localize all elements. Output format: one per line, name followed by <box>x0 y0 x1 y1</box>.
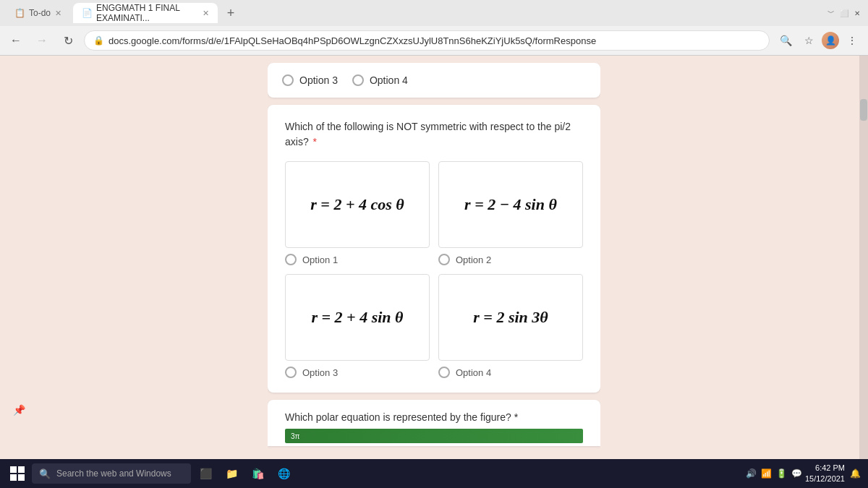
address-bar: ← → ↻ 🔒 docs.google.com/forms/d/e/1FAlpQ… <box>0 26 868 55</box>
battery-icon[interactable]: 🔋 <box>776 468 787 479</box>
minimize-button[interactable]: ﹀ <box>826 8 836 18</box>
file-explorer-button[interactable]: 📁 <box>220 462 243 485</box>
browser-chrome: 📋 To-do ✕ 📄 ENGGMATH 1 FINAL EXAMINATI..… <box>0 0 868 56</box>
content-area: Option 3 Option 4 Which of the following… <box>268 63 600 452</box>
taskbar-search[interactable]: 🔍 Search the web and Windows <box>32 463 191 484</box>
figure-preview-bar: 3π <box>285 429 583 443</box>
speaker-icon[interactable]: 🔊 <box>746 468 757 479</box>
taskbar-search-icon: 🔍 <box>39 468 51 479</box>
task-view-button[interactable]: ⬛ <box>194 462 217 485</box>
avatar[interactable]: 👤 <box>822 32 839 49</box>
option2-item: r = 2 − 4 sin θ Option 2 <box>438 161 583 265</box>
option1-radio[interactable] <box>285 254 297 265</box>
taskbar-search-label: Search the web and Windows <box>56 468 171 479</box>
tab-controls: ﹀ ⬜ ✕ <box>826 8 862 18</box>
option3-radio[interactable] <box>285 367 297 378</box>
option3-item: r = 2 + 4 sin θ Option 3 <box>285 274 430 378</box>
option1-formula: r = 2 + 4 cos θ <box>310 195 404 214</box>
taskbar: 🔍 Search the web and Windows ⬛ 📁 🛍️ 🌐 🔊 … <box>0 459 868 488</box>
option4-radio[interactable] <box>438 367 450 378</box>
question1-card: Which of the following is NOT symmetric … <box>268 105 600 393</box>
option4-box: r = 2 sin 3θ <box>438 274 583 361</box>
taskbar-time-display: 6:42 PM <box>805 463 845 474</box>
pin-icon: 📌 <box>13 404 25 416</box>
search-icon[interactable]: 🔍 <box>775 30 796 51</box>
question2-peek: Which polar equation is represented by t… <box>268 400 600 446</box>
taskbar-clock: 6:42 PM 15/12/2021 <box>805 463 845 485</box>
partial-option4-row: Option 4 <box>352 74 408 86</box>
forward-button[interactable]: → <box>32 30 52 51</box>
url-bar[interactable]: 🔒 docs.google.com/forms/d/e/1FAlpQLSeHaO… <box>84 30 770 51</box>
option3-formula: r = 2 + 4 sin θ <box>312 308 404 327</box>
option2-label-row: Option 2 <box>438 254 583 265</box>
figure-bar-label: 3π <box>291 432 299 440</box>
options-grid: r = 2 + 4 cos θ Option 1 r = 2 − 4 sin θ… <box>285 161 583 378</box>
option4-item: r = 2 sin 3θ Option 4 <box>438 274 583 378</box>
option4-label-row: Option 4 <box>438 367 583 378</box>
option2-radio[interactable] <box>438 254 450 265</box>
partial-option4-radio[interactable] <box>352 74 364 86</box>
question2-required: * <box>514 411 518 423</box>
tab-todo[interactable]: 📋 To-do ✕ <box>6 3 70 23</box>
page-content: Option 3 Option 4 Which of the following… <box>0 56 868 459</box>
bookmark-icon[interactable]: ☆ <box>799 30 819 51</box>
network-icon[interactable]: 📶 <box>761 468 772 479</box>
required-marker: * <box>313 136 317 147</box>
option1-label-row: Option 1 <box>285 254 430 265</box>
scrollbar-track[interactable] <box>859 56 868 459</box>
back-button[interactable]: ← <box>6 30 26 51</box>
question2-text: Which polar equation is represented by t… <box>285 411 583 423</box>
option1-item: r = 2 + 4 cos θ Option 1 <box>285 161 430 265</box>
taskbar-date-display: 15/12/2021 <box>805 474 845 484</box>
notification-icon[interactable]: 💬 <box>791 468 802 479</box>
start-button[interactable] <box>6 462 29 485</box>
store-button[interactable]: 🛍️ <box>246 462 269 485</box>
option4-label: Option 4 <box>456 367 491 378</box>
url-text: docs.google.com/forms/d/e/1FAlpQLSeHaOBq… <box>109 35 596 46</box>
option2-box: r = 2 − 4 sin θ <box>438 161 583 248</box>
notification-center-button[interactable]: 🔔 <box>848 466 862 481</box>
tab-bar: 📋 To-do ✕ 📄 ENGGMATH 1 FINAL EXAMINATI..… <box>0 0 868 26</box>
system-tray: 🔊 📶 🔋 💬 <box>746 468 802 479</box>
option1-label: Option 1 <box>302 254 338 265</box>
windows-icon <box>10 466 25 481</box>
browser-actions: 🔍 ☆ 👤 ⋮ <box>775 30 862 51</box>
option3-box: r = 2 + 4 sin θ <box>285 274 430 361</box>
close-button[interactable]: ✕ <box>852 8 862 18</box>
restore-button[interactable]: ⬜ <box>839 8 849 18</box>
reload-button[interactable]: ↻ <box>58 30 78 51</box>
tab-todo-close[interactable]: ✕ <box>55 9 61 18</box>
tab-todo-label: To-do <box>29 8 51 18</box>
partial-option4-label: Option 4 <box>370 74 408 86</box>
tab-exam[interactable]: 📄 ENGGMATH 1 FINAL EXAMINATI... ✕ <box>73 3 218 23</box>
option2-label: Option 2 <box>456 254 491 265</box>
chrome-button[interactable]: 🌐 <box>272 462 295 485</box>
tab-exam-icon: 📄 <box>82 8 92 18</box>
option1-box: r = 2 + 4 cos θ <box>285 161 430 248</box>
menu-icon[interactable]: ⋮ <box>842 30 862 51</box>
tab-todo-icon: 📋 <box>14 8 25 18</box>
partial-top-card: Option 3 Option 4 <box>268 63 600 98</box>
scrollbar-thumb[interactable] <box>860 99 867 121</box>
new-tab-button[interactable]: + <box>221 3 241 23</box>
lock-icon: 🔒 <box>93 35 104 46</box>
tab-exam-label: ENGGMATH 1 FINAL EXAMINATI... <box>96 3 198 23</box>
option4-formula: r = 2 sin 3θ <box>473 308 548 327</box>
option3-label-row: Option 3 <box>285 367 430 378</box>
partial-option3-label: Option 3 <box>299 74 338 86</box>
option2-formula: r = 2 − 4 sin θ <box>464 195 557 214</box>
option3-label: Option 3 <box>302 367 338 378</box>
tab-exam-close[interactable]: ✕ <box>203 9 209 18</box>
partial-option3-row: Option 3 <box>282 74 338 86</box>
question1-text: Which of the following is NOT symmetric … <box>285 119 583 150</box>
partial-option3-radio[interactable] <box>282 74 294 86</box>
